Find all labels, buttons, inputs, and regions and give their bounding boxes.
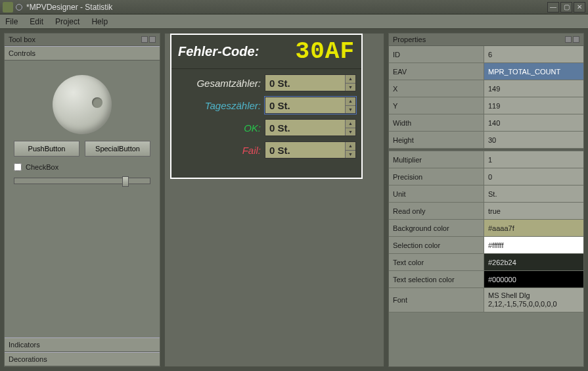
property-key: Height [389,132,484,148]
properties-panel: Properties ID6EAVMPR_TOTAL_COUNTX149Y119… [388,33,584,367]
property-value[interactable]: 30 [484,132,583,148]
spinbox[interactable]: 0 St.▲▼ [265,74,356,91]
spinbox-value: 0 St. [265,145,345,156]
spinbox-value: 0 St. [265,78,345,89]
panel-btn-icon[interactable] [573,36,579,43]
property-value[interactable]: #ffffff [484,237,583,253]
property-value[interactable]: 119 [484,97,583,114]
property-row[interactable]: Text selection color#000000 [389,271,583,288]
property-value[interactable]: MS Shell Dlg 2,12,-1,5,75,0,0,0,0,0 [484,288,583,312]
field-label: Tageszähler: [177,100,261,111]
property-row[interactable]: FontMS Shell Dlg 2,12,-1,5,75,0,0,0,0,0 [389,288,583,312]
property-row[interactable]: X149 [389,80,583,97]
controls-section-header[interactable]: Controls [5,46,160,61]
panel-btn-icon[interactable] [149,36,156,43]
spin-up-icon[interactable]: ▲ [346,142,355,151]
spinbox-arrows: ▲▼ [345,97,355,113]
property-value[interactable]: St. [484,186,583,202]
menu-edit[interactable]: Edit [30,17,43,26]
spinbox-value: 0 St. [265,122,345,134]
menu-file[interactable]: File [5,17,18,26]
spinbox[interactable]: 0 St.▲▼ [265,141,356,159]
property-key: ID [389,46,484,62]
property-key: Text color [389,254,484,270]
slider-thumb[interactable] [122,176,129,187]
property-key: Multiplier [389,151,484,168]
property-value[interactable]: 1 [484,151,583,168]
minimize-button[interactable]: — [547,2,559,12]
spin-down-icon[interactable]: ▼ [346,151,355,159]
property-row[interactable]: Read onlytrue [389,203,583,220]
error-row: Fehler-Code: 30AF [171,35,361,69]
decorations-section-header[interactable]: Decorations [5,352,160,366]
close-button[interactable]: ✕ [574,2,585,12]
slider-widget[interactable] [14,178,150,184]
property-key: EAV [389,63,484,80]
titlebar: *MPVDesigner - Statistik — ▢ ✕ [0,0,588,14]
error-code: 30AF [296,38,355,65]
property-value[interactable]: 140 [484,114,583,131]
spinbox[interactable]: 0 St.▲▼ [265,119,356,136]
spin-down-icon[interactable]: ▼ [346,84,355,91]
property-row[interactable]: EAVMPR_TOTAL_COUNT [389,63,583,80]
property-row[interactable]: Text color#262b24 [389,254,583,271]
property-value[interactable]: #262b24 [484,254,583,270]
property-value[interactable]: 0 [484,168,583,185]
property-value[interactable]: #aaaa7f [484,220,583,236]
checkbox-input[interactable] [14,163,22,171]
spin-up-icon[interactable]: ▲ [346,75,355,84]
design-canvas[interactable]: Fehler-Code: 30AF Gesamtzähler:0 St.▲▼Ta… [164,33,384,367]
property-key: X [389,80,484,97]
indicators-section-header[interactable]: Indicators [5,337,160,352]
field-row: Tageszähler:0 St.▲▼ [177,97,356,114]
properties-title-label: Properties [393,36,426,43]
property-value[interactable]: 149 [484,80,583,97]
property-key: Precision [389,168,484,185]
design-frame[interactable]: Fehler-Code: 30AF Gesamtzähler:0 St.▲▼Ta… [170,34,363,179]
maximize-button[interactable]: ▢ [560,2,572,12]
property-value[interactable]: MPR_TOTAL_COUNT [484,63,583,80]
specialbutton-widget[interactable]: SpecialButton [85,141,150,157]
property-row[interactable]: Selection color#ffffff [389,237,583,254]
field-label: Fail: [177,145,261,156]
spinbox[interactable]: 0 St.▲▼ [265,97,356,114]
property-row[interactable]: Height30 [389,132,583,149]
field-row: OK:0 St.▲▼ [177,119,356,136]
property-value[interactable]: true [484,203,583,219]
property-row[interactable]: ID6 [389,46,583,63]
property-key: Unit [389,186,484,202]
window-title: *MPVDesigner - Statistik [26,3,112,12]
spin-up-icon[interactable]: ▲ [346,97,355,106]
property-row[interactable]: UnitSt. [389,186,583,203]
property-value[interactable]: #000000 [484,271,583,287]
property-row[interactable]: Multiplier1 [389,151,583,168]
checkbox-label: CheckBox [26,163,58,171]
knob-widget[interactable] [53,75,112,134]
spin-down-icon[interactable]: ▼ [346,128,355,136]
app-icon [3,2,13,12]
panel-btn-icon[interactable] [141,36,148,43]
property-key: Selection color [389,237,484,253]
menu-project[interactable]: Project [55,17,79,26]
checkbox-widget[interactable]: CheckBox [10,163,154,171]
panel-btn-icon[interactable] [565,36,572,43]
spin-up-icon[interactable]: ▲ [346,120,355,128]
spinbox-value: 0 St. [265,100,345,111]
property-key: Text selection color [389,271,484,287]
property-row[interactable]: Precision0 [389,168,583,186]
property-row[interactable]: Background color#aaaa7f [389,220,583,237]
toolbox-title: Tool box [5,34,160,46]
property-key: Background color [389,220,484,236]
field-list: Gesamtzähler:0 St.▲▼Tageszähler:0 St.▲▼O… [171,69,361,164]
property-value[interactable]: 6 [484,46,583,62]
property-key: Read only [389,203,484,219]
menu-help[interactable]: Help [91,17,108,26]
titlebar-dot-icon [16,4,22,11]
pushbutton-widget[interactable]: PushButton [14,141,79,157]
field-label: Gesamtzähler: [177,78,261,89]
property-row[interactable]: Width140 [389,114,583,132]
property-row[interactable]: Y119 [389,97,583,114]
properties-title: Properties [389,34,583,46]
toolbox-title-label: Tool box [9,36,35,43]
spin-down-icon[interactable]: ▼ [346,106,355,114]
